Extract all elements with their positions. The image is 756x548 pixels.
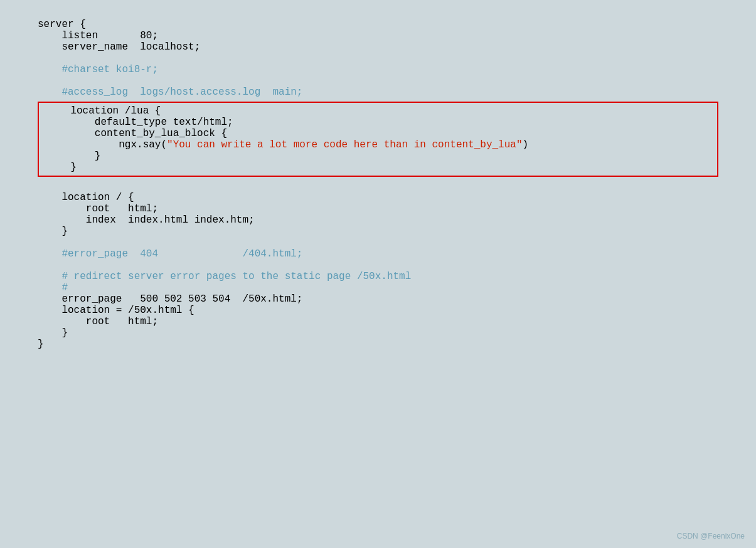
code-block: server { listen 80; server_name localhos…: [0, 0, 756, 362]
code-line: default_type text/html;: [46, 117, 710, 128]
code-line: }: [38, 226, 718, 237]
code-line: }: [46, 162, 710, 173]
code-line: index index.html index.htm;: [38, 214, 718, 226]
code-line-comment: #: [38, 282, 718, 293]
code-line: location / {: [38, 192, 718, 203]
code-line: root html;: [38, 316, 718, 327]
code-line: content_by_lua_block {: [46, 128, 710, 139]
highlighted-lua-block: location /lua { default_type text/html; …: [38, 102, 718, 177]
code-line: error_page 500 502 503 504 /50x.html;: [38, 293, 718, 305]
code-line: server_name localhost;: [38, 41, 718, 53]
code-line: root html;: [38, 203, 718, 214]
code-line: location = /50x.html {: [38, 305, 718, 316]
code-line-blank: [38, 260, 718, 271]
code-line: }: [38, 327, 718, 339]
code-line: }: [46, 150, 710, 162]
code-line-comment: #error_page 404 /404.html;: [38, 248, 718, 260]
code-after-highlight: location / { root html; index index.html…: [38, 181, 718, 350]
code-line-blank: [38, 53, 718, 64]
code-line-comment: #charset koi8-r;: [38, 64, 718, 75]
code-line-comment: #access_log logs/host.access.log main;: [38, 87, 718, 98]
code-line-blank: [38, 75, 718, 87]
code-line-comment: # redirect server error pages to the sta…: [38, 271, 718, 282]
code-line: location /lua {: [46, 105, 710, 117]
code-line: listen 80;: [38, 30, 718, 41]
watermark: CSDN @FeenixOne: [677, 532, 745, 540]
code-line-blank: [38, 237, 718, 248]
string-value: "You can write a lot more code here than…: [167, 139, 523, 150]
code-before-highlight: server { listen 80; server_name localhos…: [38, 19, 718, 98]
code-line: server {: [38, 19, 718, 30]
code-line-blank: [38, 181, 718, 192]
code-line: }: [38, 339, 718, 350]
code-line-string: ngx.say("You can write a lot more code h…: [46, 139, 710, 150]
